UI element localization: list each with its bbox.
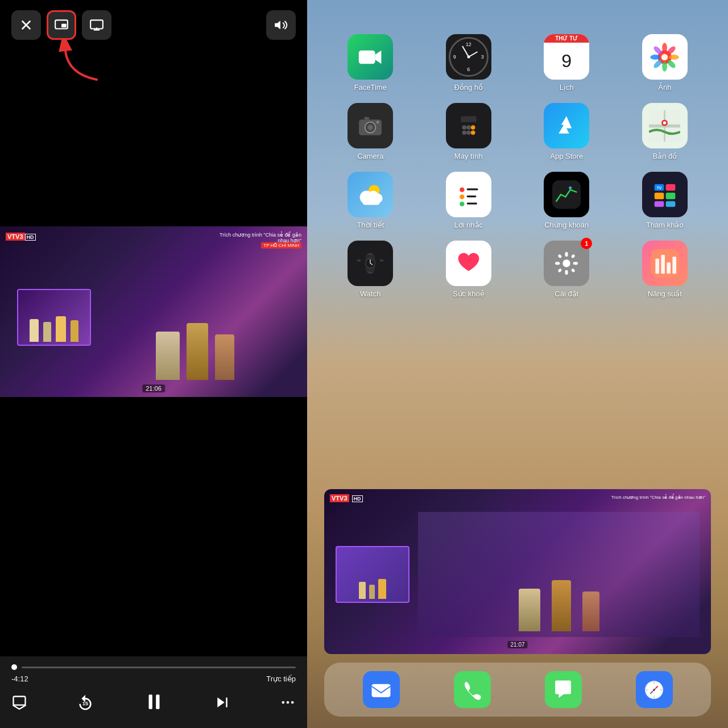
play-pause-button[interactable] xyxy=(143,691,165,717)
svg-rect-84 xyxy=(661,255,665,274)
arrow-indicator xyxy=(57,40,102,85)
app-watch[interactable]: Watch xyxy=(324,241,417,298)
skip-forward-button[interactable] xyxy=(214,694,231,714)
svg-rect-85 xyxy=(667,262,671,274)
svg-rect-75 xyxy=(565,270,568,275)
app-grid: FaceTime 12 6 3 9 Đồng hồ xyxy=(324,34,711,298)
svg-point-18 xyxy=(669,55,679,60)
app-health[interactable]: Sức khoẻ xyxy=(423,241,515,298)
maps-icon xyxy=(642,103,688,148)
svg-rect-77 xyxy=(573,262,578,265)
app-weather[interactable]: Thời tiết xyxy=(324,172,417,229)
svg-rect-7 xyxy=(156,694,159,709)
airplay-button[interactable] xyxy=(11,694,27,714)
svg-point-37 xyxy=(471,130,475,135)
appstore-icon xyxy=(544,103,589,148)
svg-point-54 xyxy=(569,187,572,189)
svg-rect-28 xyxy=(365,117,370,120)
clock-icon: 12 6 3 9 xyxy=(446,34,491,80)
ios-homescreen: FaceTime 12 6 3 9 Đồng hồ xyxy=(307,0,728,728)
svg-point-47 xyxy=(460,188,464,192)
cast-button[interactable] xyxy=(82,10,111,40)
dock-phone[interactable] xyxy=(454,671,491,708)
svg-rect-51 xyxy=(466,196,476,197)
settings-icon: 1 xyxy=(544,241,589,286)
progress-bar[interactable] xyxy=(22,667,296,668)
city-badge: TP HỒ CHÍ MINH xyxy=(261,242,301,249)
reference-icon: TV xyxy=(642,172,688,217)
appstore-label: App Store xyxy=(550,152,583,160)
weather-icon xyxy=(348,172,393,217)
svg-rect-76 xyxy=(555,262,560,265)
replay15-button[interactable]: 15 xyxy=(76,693,94,714)
svg-rect-86 xyxy=(672,257,676,274)
app-camera[interactable]: Camera xyxy=(324,103,417,160)
pip-video-widget[interactable]: VTV3 HD Trích chương trình "Chia sẻ để g… xyxy=(324,489,711,654)
calendar-label: Lịch xyxy=(560,83,574,92)
app-calendar[interactable]: THỨ TƯ 9 Lịch xyxy=(520,34,613,92)
pip-inner-content xyxy=(336,512,700,637)
camera-icon xyxy=(348,103,393,148)
app-stocks[interactable]: Chứng khoán xyxy=(520,172,613,229)
svg-point-34 xyxy=(471,125,475,130)
maps-label: Bản đồ xyxy=(652,152,677,160)
app-productivity[interactable]: Năng suất xyxy=(619,241,712,298)
app-reference[interactable]: TV Tham khảo xyxy=(619,172,712,229)
dock-safari[interactable] xyxy=(636,671,673,708)
calendar-day-name: THỨ TƯ xyxy=(544,34,589,43)
app-appstore[interactable]: App Store xyxy=(520,103,613,160)
svg-point-49 xyxy=(460,202,464,206)
svg-point-40 xyxy=(663,121,667,125)
app-reminders[interactable]: Lời nhắc xyxy=(423,172,515,229)
calendar-icon: THỨ TƯ 9 xyxy=(544,34,589,80)
svg-rect-8 xyxy=(226,697,228,708)
dock xyxy=(324,663,711,717)
live-label: Trực tiếp xyxy=(266,675,296,683)
settings-label: Cài đặt xyxy=(555,289,578,298)
calendar-date: 9 xyxy=(544,43,589,80)
svg-text:15: 15 xyxy=(82,701,88,706)
close-button[interactable] xyxy=(11,10,41,40)
clock-label: Đồng hồ xyxy=(454,83,483,92)
video-timestamp: 21:06 xyxy=(142,384,165,392)
dock-messages[interactable] xyxy=(545,671,582,708)
volume-button[interactable] xyxy=(266,10,296,40)
app-calculator[interactable]: Máy tính xyxy=(423,103,515,160)
weather-label: Thời tiết xyxy=(357,221,384,229)
reminders-label: Lời nhắc xyxy=(454,221,483,229)
app-facetime[interactable]: FaceTime xyxy=(324,34,417,92)
svg-rect-68 xyxy=(380,259,384,261)
svg-rect-50 xyxy=(466,188,478,190)
pip-sub-screen xyxy=(336,546,410,603)
svg-point-16 xyxy=(662,61,667,72)
time-row: -4:12 Trực tiếp xyxy=(11,675,296,683)
pip-program-title: Trích chương trình "Chia sẻ để gần nhau … xyxy=(611,495,705,500)
app-maps[interactable]: Bản đồ xyxy=(619,103,712,160)
calculator-icon xyxy=(446,103,491,148)
svg-point-35 xyxy=(462,130,466,135)
pip-inset xyxy=(17,289,91,346)
watch-icon xyxy=(348,241,393,286)
video-player-panel: VTV3HD Trích chương trình "Chia sẻ để gầ… xyxy=(0,0,307,728)
svg-point-17 xyxy=(650,55,660,60)
app-photos[interactable]: Ảnh xyxy=(619,34,712,92)
progress-dot xyxy=(11,664,17,670)
svg-point-32 xyxy=(462,125,466,130)
svg-rect-4 xyxy=(14,696,26,705)
more-button[interactable] xyxy=(280,694,296,714)
app-settings[interactable]: 1 Cài đặt xyxy=(520,241,613,298)
pip-button[interactable] xyxy=(47,10,76,40)
svg-point-15 xyxy=(662,43,667,53)
pip-vtv-logo: VTV3 HD xyxy=(330,495,363,502)
vtv-logo: VTV3HD xyxy=(6,232,36,241)
progress-row[interactable] xyxy=(11,664,296,670)
svg-point-10 xyxy=(287,701,289,704)
svg-rect-31 xyxy=(461,116,477,122)
dock-mail[interactable] xyxy=(363,671,400,708)
pip-main-scene xyxy=(418,512,700,637)
svg-point-90 xyxy=(653,689,655,691)
app-clock[interactable]: 12 6 3 9 Đồng hồ xyxy=(423,34,515,92)
svg-point-48 xyxy=(460,195,464,199)
svg-rect-45 xyxy=(363,200,380,205)
svg-point-23 xyxy=(661,54,668,60)
